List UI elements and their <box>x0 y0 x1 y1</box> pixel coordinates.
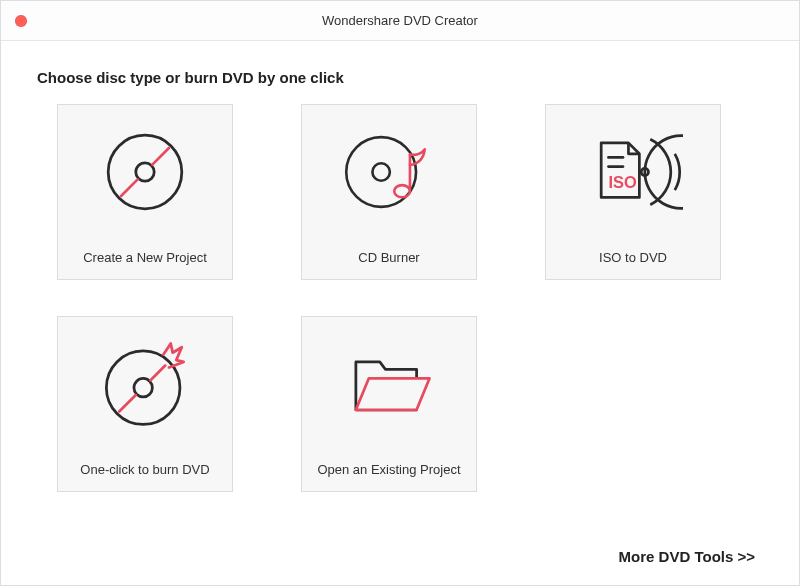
content-area: Choose disc type or burn DVD by one clic… <box>1 41 799 585</box>
more-dvd-tools-link[interactable]: More DVD Tools >> <box>619 548 755 565</box>
svg-point-6 <box>394 185 410 197</box>
footer: More DVD Tools >> <box>37 534 763 575</box>
close-button[interactable] <box>15 15 27 27</box>
card-label: ISO to DVD <box>593 238 673 279</box>
svg-point-12 <box>106 350 180 424</box>
disc-icon <box>58 105 232 238</box>
svg-line-15 <box>151 365 166 380</box>
svg-point-0 <box>108 135 182 209</box>
svg-line-2 <box>121 179 138 196</box>
svg-point-5 <box>372 163 389 180</box>
svg-line-14 <box>119 395 136 412</box>
disc-music-icon <box>302 105 476 238</box>
window-title: Wondershare DVD Creator <box>1 13 799 28</box>
card-open-existing[interactable]: Open an Existing Project <box>301 316 477 492</box>
disc-flame-icon <box>58 317 232 450</box>
card-one-click-burn[interactable]: One-click to burn DVD <box>57 316 233 492</box>
page-heading: Choose disc type or burn DVD by one clic… <box>37 69 763 86</box>
option-grid: Create a New Project CD Burner <box>37 104 763 492</box>
card-label: Create a New Project <box>77 238 213 279</box>
svg-text:ISO: ISO <box>608 173 636 191</box>
svg-line-3 <box>152 148 169 165</box>
svg-point-8 <box>641 168 648 175</box>
iso-disc-icon: ISO <box>546 105 720 238</box>
card-cd-burner[interactable]: CD Burner <box>301 104 477 280</box>
card-new-project[interactable]: Create a New Project <box>57 104 233 280</box>
card-label: One-click to burn DVD <box>74 450 215 491</box>
card-label: CD Burner <box>352 238 425 279</box>
card-iso-to-dvd[interactable]: ISO ISO to DVD <box>545 104 721 280</box>
folder-open-icon <box>302 317 476 450</box>
card-label: Open an Existing Project <box>311 450 466 491</box>
app-window: Wondershare DVD Creator Choose disc type… <box>0 0 800 586</box>
titlebar: Wondershare DVD Creator <box>1 1 799 41</box>
